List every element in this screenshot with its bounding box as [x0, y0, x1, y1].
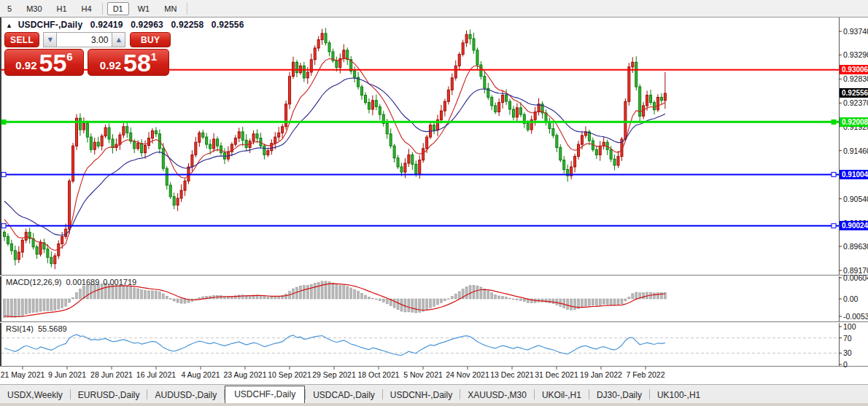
candle-body — [108, 128, 110, 139]
candle-body — [263, 146, 266, 155]
candle-body — [433, 125, 435, 130]
price-line-badge: 0.93006 — [840, 65, 868, 74]
candle-body — [578, 144, 580, 157]
macd-histogram-bar — [299, 286, 301, 299]
timeframe-button-h1[interactable]: H1 — [51, 2, 73, 15]
bid-price-button[interactable]: 0.92 55 6 — [4, 49, 84, 76]
candle-body — [527, 123, 529, 130]
chart-tab-xauusdm30[interactable]: XAUUSD-,M30 — [460, 387, 534, 404]
macd-histogram-bar — [502, 297, 504, 299]
macd-histogram-bar — [617, 299, 619, 305]
candle-body — [123, 127, 125, 135]
macd-histogram-bar — [512, 299, 514, 300]
candle-body — [21, 240, 23, 252]
price-line-badge: 0.90024 — [840, 221, 868, 230]
candle-body — [574, 157, 576, 167]
macd-histogram-bar — [375, 299, 377, 300]
timeframe-button-d1[interactable]: D1 — [107, 2, 129, 15]
timeframe-button-h4[interactable]: H4 — [76, 2, 98, 15]
macd-histogram-bar — [336, 284, 338, 299]
macd-histogram-bar — [90, 284, 92, 299]
ask-price-base: 0.92 — [100, 59, 121, 71]
macd-histogram-bar — [379, 299, 381, 301]
chart-tab-uk100h1[interactable]: UK100-,H1 — [650, 387, 708, 404]
macd-histogram-bar — [451, 297, 453, 299]
candle-body — [14, 251, 16, 259]
volume-increase-icon[interactable]: ▲ — [112, 32, 125, 47]
chart-tab-ukoilh1[interactable]: UKOil-,H1 — [535, 387, 589, 404]
bid-price-badge: 0.92556 — [840, 88, 868, 98]
volume-decrease-icon[interactable]: ▼ — [43, 32, 57, 47]
candle-body — [7, 236, 9, 243]
macd-histogram-bar — [469, 286, 471, 299]
hline-handle[interactable] — [832, 120, 836, 124]
candle-body — [148, 138, 150, 145]
chart-tab-usdxweekly[interactable]: USDX,Weekly — [0, 387, 70, 404]
macd-histogram-bar — [635, 292, 638, 299]
chart-tab-usdcnhdaily[interactable]: USDCNH-,Daily — [383, 387, 460, 404]
timeframe-button-5[interactable]: 5 — [1, 2, 18, 15]
macd-histogram-bar — [361, 293, 363, 299]
macd-histogram-bar — [144, 291, 147, 299]
macd-histogram-bar — [570, 299, 573, 310]
hline-handle[interactable] — [1, 120, 6, 124]
timeframe-button-mn[interactable]: MN — [158, 2, 182, 15]
macd-histogram-bar — [39, 299, 42, 311]
candle-body — [61, 236, 63, 243]
macd-histogram-bar — [419, 299, 421, 313]
candle-body — [97, 142, 99, 146]
candle-body — [440, 111, 442, 120]
sell-button[interactable]: SELL — [4, 32, 39, 47]
macd-histogram-bar — [509, 298, 511, 299]
macd-histogram-bar — [54, 299, 56, 311]
macd-histogram-bar — [592, 299, 594, 305]
chart-tab-usdcaddaily[interactable]: USDCAD-,Daily — [306, 387, 382, 404]
chart-tab-dj30daily[interactable]: DJ30-,Daily — [589, 387, 649, 404]
candle-body — [213, 139, 215, 149]
macd-histogram-bar — [50, 299, 53, 311]
hline-handle[interactable] — [1, 172, 6, 176]
buy-button[interactable]: BUY — [130, 32, 171, 47]
candle-body — [498, 103, 500, 112]
candle-body — [502, 95, 504, 103]
candle-body — [209, 144, 212, 149]
candle-body — [422, 149, 425, 160]
candle-body — [289, 77, 291, 104]
candle-body — [202, 133, 204, 137]
candle-body — [458, 55, 460, 66]
candle-body — [317, 39, 319, 47]
macd-histogram-bar — [76, 292, 78, 299]
chart-tab-audusddaily[interactable]: AUDUSD-,Daily — [147, 387, 224, 404]
chart-tab-usdchfdaily[interactable]: USDCHF-,Daily — [225, 386, 305, 404]
candle-body — [36, 247, 38, 254]
candle-body — [321, 34, 323, 40]
ask-price-pip: 1 — [151, 50, 157, 63]
candle-body — [650, 95, 652, 103]
macd-tick-label: -0.00538 — [843, 312, 868, 321]
macd-histogram-bar — [141, 290, 143, 299]
ask-price-button[interactable]: 0.92 58 1 — [88, 49, 169, 76]
volume-input[interactable]: 3.00 — [57, 32, 112, 47]
hline-handle[interactable] — [832, 172, 836, 176]
candle-body — [404, 163, 406, 172]
timeframe-button-m30[interactable]: M30 — [20, 2, 47, 15]
macd-histogram-bar — [36, 299, 38, 312]
price-line-badge: 0.92008 — [840, 117, 868, 127]
chart-tab-eurusddaily[interactable]: EURUSD-,Daily — [71, 387, 147, 404]
macd-histogram-bar — [79, 289, 81, 299]
hline-handle[interactable] — [832, 224, 836, 228]
candle-body — [365, 95, 367, 103]
candle-body — [252, 134, 255, 141]
macd-histogram-bar — [563, 299, 565, 308]
macd-histogram-bar — [480, 287, 482, 299]
macd-histogram-bar — [516, 299, 518, 300]
macd-histogram-bar — [28, 299, 31, 313]
timeframe-button-w1[interactable]: W1 — [132, 2, 156, 15]
macd-histogram-bar — [332, 283, 334, 299]
hline-handle[interactable] — [1, 224, 6, 228]
candle-body — [325, 34, 327, 43]
candle-body — [393, 146, 395, 158]
macd-histogram-bar — [656, 293, 659, 299]
candle-body — [635, 62, 638, 87]
candle-body — [343, 50, 345, 58]
